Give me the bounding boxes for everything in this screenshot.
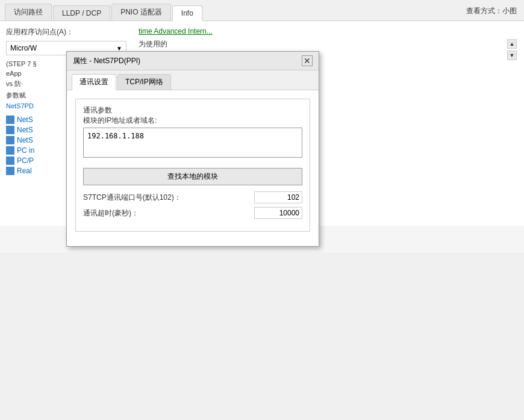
tab-info[interactable]: Info — [172, 5, 202, 21]
ip-field-row: 模块的IP地址或者域名: — [83, 116, 302, 159]
main-panel: 访问路径 LLDP / DCP PNIO 适配器 Info 查看方式：小图 应用… — [0, 0, 524, 253]
icon-nets-2 — [6, 136, 14, 144]
scroll-up-btn[interactable]: ▲ — [507, 39, 517, 49]
view-mode-label: 查看方式：小图 — [466, 6, 517, 16]
advanced-intern-link[interactable]: time Advanced Intern... — [139, 27, 213, 36]
timeout-label: 通讯超时(豪秒)： — [83, 208, 254, 218]
icon-pc-0 — [6, 146, 14, 155]
port-input[interactable] — [254, 191, 302, 203]
dialog-titlebar: 属性 - NetS7PD(PPI) ✕ — [67, 52, 319, 70]
app-value-text: Micro/W — [10, 44, 37, 52]
dialog-close-button[interactable]: ✕ — [302, 55, 313, 66]
dialog-content: 通讯参数 模块的IP地址或者域名: 查找本地的模块 S7TCP通讯端口号(默认1… — [67, 90, 319, 246]
icon-nets-1 — [6, 126, 14, 134]
app-section-label: 应用程序访问点(A)： — [6, 27, 126, 37]
find-module-button[interactable]: 查找本地的模块 — [83, 168, 302, 185]
dialog-tab-comm[interactable]: 通讯设置 — [72, 74, 116, 90]
port-row: S7TCP通讯端口号(默认102)： — [83, 191, 302, 203]
dialog-tab-bar: 通讯设置 TCP/IP网络 — [67, 70, 319, 90]
dialog-tab-tcpip[interactable]: TCP/IP网络 — [117, 74, 171, 90]
timeout-input[interactable] — [254, 207, 302, 219]
ip-label: 模块的IP地址或者域名: — [83, 116, 302, 126]
ip-textarea[interactable] — [83, 128, 302, 158]
desc2: 为使用的 — [139, 39, 518, 49]
dropdown-icon[interactable]: ▼ — [116, 45, 122, 52]
fieldset-legend: 通讯参数 — [81, 105, 302, 116]
icon-pc-1 — [6, 156, 14, 165]
port-label: S7TCP通讯端口号(默认102)： — [83, 193, 254, 203]
icon-real — [6, 167, 14, 175]
scroll-down-btn[interactable]: ▼ — [507, 51, 517, 60]
tab-lldp-dcp[interactable]: LLDP / DCP — [53, 5, 110, 20]
tab-pnio[interactable]: PNIO 适配器 — [111, 4, 171, 20]
comm-params-fieldset: 通讯参数 模块的IP地址或者域名: 查找本地的模块 S7TCP通讯端口号(默认1… — [75, 99, 310, 232]
icon-nets-0 — [6, 116, 14, 124]
properties-dialog: 属性 - NetS7PD(PPI) ✕ 通讯设置 TCP/IP网络 通讯参数 模… — [66, 51, 319, 247]
tab-bar: 访问路径 LLDP / DCP PNIO 适配器 Info 查看方式：小图 — [0, 0, 524, 21]
dialog-title: 属性 - NetS7PD(PPI) — [73, 56, 140, 66]
tab-access-path[interactable]: 访问路径 — [5, 4, 52, 20]
timeout-row: 通讯超时(豪秒)： — [83, 207, 302, 219]
